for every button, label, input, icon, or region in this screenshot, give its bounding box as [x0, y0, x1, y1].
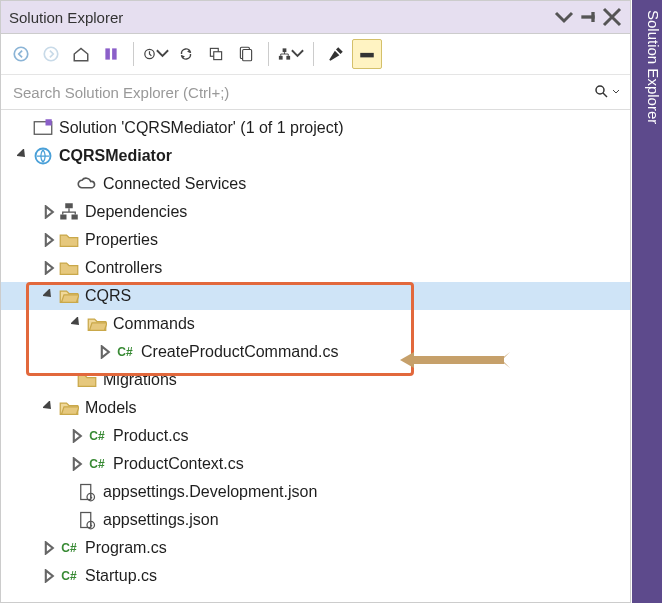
- forward-button[interactable]: [37, 40, 65, 68]
- startup-label: Startup.cs: [85, 567, 157, 585]
- svg-rect-4: [105, 48, 110, 59]
- project-node[interactable]: CQRSMediator: [1, 142, 630, 170]
- createproductcommand-node[interactable]: C# CreateProductCommand.cs: [1, 338, 630, 366]
- program-label: Program.cs: [85, 539, 167, 557]
- home-button[interactable]: [67, 40, 95, 68]
- dependencies-node[interactable]: Dependencies: [1, 198, 630, 226]
- program-node[interactable]: C# Program.cs: [1, 534, 630, 562]
- properties-label: Properties: [85, 231, 158, 249]
- csharp-file-icon: C#: [115, 342, 135, 362]
- csharp-project-icon: [33, 146, 53, 166]
- dependencies-label: Dependencies: [85, 203, 187, 221]
- commands-label: Commands: [113, 315, 195, 333]
- folder-icon: [59, 258, 79, 278]
- appsettings-label: appsettings.json: [103, 511, 219, 529]
- startup-node[interactable]: C# Startup.cs: [1, 562, 630, 590]
- productcontext-node[interactable]: C# ProductContext.cs: [1, 450, 630, 478]
- class-view-button[interactable]: [277, 40, 305, 68]
- svg-rect-1: [591, 12, 594, 22]
- preview-button[interactable]: [352, 39, 382, 69]
- properties-button[interactable]: [322, 40, 350, 68]
- productcontext-label: ProductContext.cs: [113, 455, 244, 473]
- expand-icon[interactable]: [43, 541, 57, 555]
- search-input[interactable]: [11, 83, 594, 102]
- appsettings-dev-node[interactable]: appsettings.Development.json: [1, 478, 630, 506]
- search-icon[interactable]: [594, 84, 620, 100]
- folder-open-icon: [59, 398, 79, 418]
- switch-views-button[interactable]: [97, 40, 125, 68]
- cqrs-label: CQRS: [85, 287, 131, 305]
- properties-node[interactable]: Properties: [1, 226, 630, 254]
- svg-point-2: [14, 47, 28, 61]
- expand-icon[interactable]: [99, 345, 113, 359]
- connected-services-node[interactable]: Connected Services: [1, 170, 630, 198]
- product-node[interactable]: C# Product.cs: [1, 422, 630, 450]
- solution-label: Solution 'CQRSMediator' (1 of 1 project): [59, 119, 343, 137]
- svg-rect-17: [46, 119, 52, 125]
- cloud-icon: [77, 174, 97, 194]
- collapsed-tab[interactable]: Solution Explorer: [632, 0, 662, 603]
- expand-icon[interactable]: [43, 261, 57, 275]
- separator: [313, 42, 314, 66]
- svg-rect-21: [72, 215, 78, 220]
- show-all-files-button[interactable]: [232, 40, 260, 68]
- separator: [133, 42, 134, 66]
- pending-changes-button[interactable]: [142, 40, 170, 68]
- expand-icon[interactable]: [71, 457, 85, 471]
- solution-icon: [33, 118, 53, 138]
- csharp-file-icon: C#: [87, 426, 107, 446]
- csharp-file-icon: C#: [59, 566, 79, 586]
- expand-icon[interactable]: [43, 233, 57, 247]
- svg-rect-10: [243, 50, 252, 61]
- cqrs-node[interactable]: CQRS: [1, 282, 630, 310]
- back-button[interactable]: [7, 40, 35, 68]
- csharp-file-icon: C#: [87, 454, 107, 474]
- folder-icon: [59, 230, 79, 250]
- commands-node[interactable]: Commands: [1, 310, 630, 338]
- expand-icon[interactable]: [43, 401, 57, 415]
- window-dropdown-button[interactable]: [554, 7, 574, 27]
- svg-rect-19: [65, 203, 73, 208]
- expand-icon[interactable]: [43, 205, 57, 219]
- solution-node[interactable]: Solution 'CQRSMediator' (1 of 1 project): [1, 114, 630, 142]
- expand-icon[interactable]: [71, 429, 85, 443]
- csharp-file-icon: C#: [59, 538, 79, 558]
- appsettings-node[interactable]: appsettings.json: [1, 506, 630, 534]
- project-label: CQRSMediator: [59, 147, 172, 165]
- solution-tree: Solution 'CQRSMediator' (1 of 1 project)…: [1, 110, 630, 602]
- separator: [268, 42, 269, 66]
- pin-button[interactable]: [578, 7, 598, 27]
- close-button[interactable]: [602, 7, 622, 27]
- expand-icon[interactable]: [43, 569, 57, 583]
- folder-icon: [77, 370, 97, 390]
- collapse-all-button[interactable]: [202, 40, 230, 68]
- json-file-icon: [77, 510, 97, 530]
- svg-rect-8: [214, 52, 222, 60]
- titlebar: Solution Explorer: [1, 1, 630, 34]
- migrations-label: Migrations: [103, 371, 177, 389]
- expand-icon[interactable]: [17, 149, 31, 163]
- svg-rect-12: [279, 56, 283, 60]
- collapsed-tab-label: Solution Explorer: [645, 10, 662, 124]
- svg-rect-14: [360, 53, 374, 58]
- panel-title: Solution Explorer: [9, 9, 550, 26]
- connected-services-label: Connected Services: [103, 175, 246, 193]
- controllers-node[interactable]: Controllers: [1, 254, 630, 282]
- svg-rect-11: [283, 48, 287, 52]
- svg-point-3: [44, 47, 58, 61]
- createproductcommand-label: CreateProductCommand.cs: [141, 343, 338, 361]
- sync-button[interactable]: [172, 40, 200, 68]
- svg-rect-24: [81, 513, 91, 528]
- svg-rect-5: [112, 48, 117, 59]
- migrations-node[interactable]: Migrations: [1, 366, 630, 394]
- folder-open-icon: [87, 314, 107, 334]
- svg-rect-20: [60, 215, 66, 220]
- appsettings-dev-label: appsettings.Development.json: [103, 483, 317, 501]
- models-label: Models: [85, 399, 137, 417]
- json-file-icon: [77, 482, 97, 502]
- models-node[interactable]: Models: [1, 394, 630, 422]
- toolbar: [1, 34, 630, 75]
- expand-icon[interactable]: [71, 317, 85, 331]
- expand-icon[interactable]: [43, 289, 57, 303]
- dependencies-icon: [59, 202, 79, 222]
